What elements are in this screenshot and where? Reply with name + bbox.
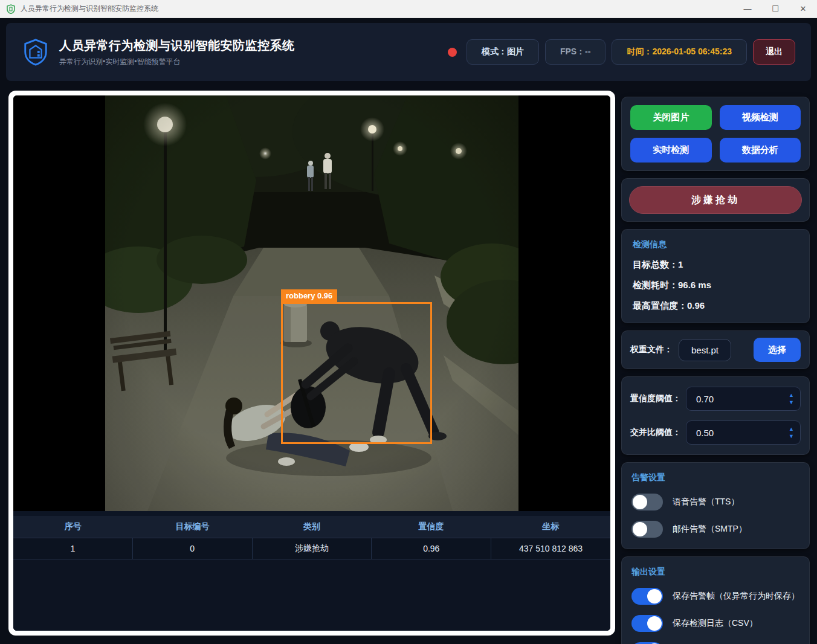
table-empty-area <box>13 559 610 631</box>
smtp-alarm-toggle[interactable] <box>631 521 663 538</box>
weights-file-value: best.pt <box>679 339 731 361</box>
main-panel: robbery 0.96 序号 目标编号 类别 置信度 坐标 1 0 涉嫌抢劫 … <box>8 91 615 636</box>
window-title: 人员异常行为检测与识别智能安防监控系统 <box>21 4 158 14</box>
save-csv-log-toggle[interactable] <box>631 615 663 632</box>
save-alert-frame-toggle[interactable] <box>631 588 663 605</box>
tts-alarm-label: 语音告警（TTS） <box>673 497 739 507</box>
weights-label: 权重文件： <box>630 344 673 355</box>
spin-down-icon[interactable]: ▼ <box>789 434 794 439</box>
alert-banner-card: 涉嫌抢劫 <box>621 178 810 222</box>
cell-class: 涉嫌抢劫 <box>253 538 372 559</box>
spin-up-icon[interactable]: ▲ <box>789 427 794 432</box>
detection-table: 序号 目标编号 类别 置信度 坐标 1 0 涉嫌抢劫 0.96 437 510 … <box>13 516 610 631</box>
image-viewer: robbery 0.96 <box>13 95 610 511</box>
realtime-detect-button[interactable]: 实时检测 <box>630 138 712 163</box>
smtp-alarm-label: 邮件告警（SMTP） <box>673 524 747 535</box>
video-detect-button[interactable]: 视频检测 <box>720 105 801 130</box>
detection-info-card: 检测信息 目标总数：1 检测耗时：96.6 ms 最高置信度：0.96 <box>621 229 810 323</box>
fps-status-badge: FPS：-- <box>545 39 606 65</box>
max-confidence: 最高置信度：0.96 <box>633 300 798 312</box>
output-settings-card: 输出设置 保存告警帧（仅异常行为时保存） 保存检测日志（CSV） 保存视频输出（… <box>621 556 810 644</box>
app-shield-icon <box>6 4 16 14</box>
weights-card: 权重文件： best.pt 选择 <box>621 330 810 369</box>
detection-bbox: robbery 0.96 <box>281 302 432 444</box>
data-analysis-button[interactable]: 数据分析 <box>720 138 801 163</box>
detection-info-title: 检测信息 <box>633 239 798 250</box>
tts-alarm-toggle[interactable] <box>631 494 663 510</box>
header: 人员异常行为检测与识别智能安防监控系统 异常行为识别•实时监测•智能预警平台 模… <box>6 23 811 81</box>
target-count: 目标总数：1 <box>633 259 798 271</box>
sidebar: 关闭图片 视频检测 实时检测 数据分析 涉嫌抢劫 检测信息 目标总数：1 检测耗… <box>621 91 810 644</box>
spin-up-icon[interactable]: ▲ <box>789 393 794 398</box>
iou-threshold-label: 交并比阈值： <box>630 427 681 438</box>
confidence-threshold-label: 置信度阈值： <box>630 393 681 404</box>
cell-index: 1 <box>13 538 133 559</box>
header-titles: 人员异常行为检测与识别智能安防监控系统 异常行为识别•实时监测•智能预警平台 <box>59 37 295 67</box>
output-settings-title: 输出设置 <box>631 567 799 578</box>
recording-indicator-icon <box>448 48 457 57</box>
cell-target-id: 0 <box>133 538 253 559</box>
page-subtitle: 异常行为识别•实时监测•智能预警平台 <box>59 57 295 67</box>
save-alert-frame-label: 保存告警帧（仅异常行为时保存） <box>673 591 799 602</box>
iou-threshold-value: 0.50 <box>696 428 789 438</box>
col-header-class: 类别 <box>252 516 372 538</box>
control-buttons-card: 关闭图片 视频检测 实时检测 数据分析 <box>621 97 810 171</box>
table-row[interactable]: 1 0 涉嫌抢劫 0.96 437 510 812 863 <box>13 538 610 559</box>
spin-down-icon[interactable]: ▼ <box>789 400 794 405</box>
cell-confidence: 0.96 <box>372 538 491 559</box>
col-header-target-id: 目标编号 <box>133 516 253 538</box>
os-titlebar: 人员异常行为检测与识别智能安防监控系统 — ☐ ✕ <box>0 0 817 18</box>
select-weights-button[interactable]: 选择 <box>754 338 801 362</box>
logo-shield-icon <box>22 38 50 66</box>
close-button[interactable]: ✕ <box>789 0 817 18</box>
col-header-confidence: 置信度 <box>372 516 491 538</box>
alarm-settings-title: 告警设置 <box>631 472 799 483</box>
confidence-threshold-spinner[interactable]: 0.70 ▲ ▼ <box>686 387 801 411</box>
maximize-button[interactable]: ☐ <box>761 0 789 18</box>
exit-button[interactable]: 退出 <box>753 39 795 65</box>
col-header-index: 序号 <box>13 516 133 538</box>
alert-banner[interactable]: 涉嫌抢劫 <box>629 186 802 214</box>
thresholds-card: 置信度阈值： 0.70 ▲ ▼ 交并比阈值： 0.50 ▲ ▼ <box>621 376 810 455</box>
minimize-button[interactable]: — <box>734 0 761 18</box>
page-title: 人员异常行为检测与识别智能安防监控系统 <box>59 37 295 54</box>
save-csv-log-label: 保存检测日志（CSV） <box>673 618 758 629</box>
detection-bbox-label: robbery 0.96 <box>281 289 337 303</box>
col-header-coords: 坐标 <box>491 516 610 538</box>
mode-status-badge: 模式：图片 <box>467 39 539 65</box>
iou-threshold-spinner[interactable]: 0.50 ▲ ▼ <box>686 420 801 445</box>
close-image-button[interactable]: 关闭图片 <box>630 105 712 130</box>
cell-coords: 437 510 812 863 <box>491 538 610 559</box>
time-status-badge: 时间：2026-01-05 06:45:23 <box>612 39 747 65</box>
confidence-threshold-value: 0.70 <box>696 394 789 404</box>
alarm-settings-card: 告警设置 语音告警（TTS） 邮件告警（SMTP） <box>621 462 810 549</box>
surveillance-photo: robbery 0.96 <box>105 95 518 511</box>
detect-elapsed: 检测耗时：96.6 ms <box>633 280 798 291</box>
table-header-row: 序号 目标编号 类别 置信度 坐标 <box>13 516 610 538</box>
